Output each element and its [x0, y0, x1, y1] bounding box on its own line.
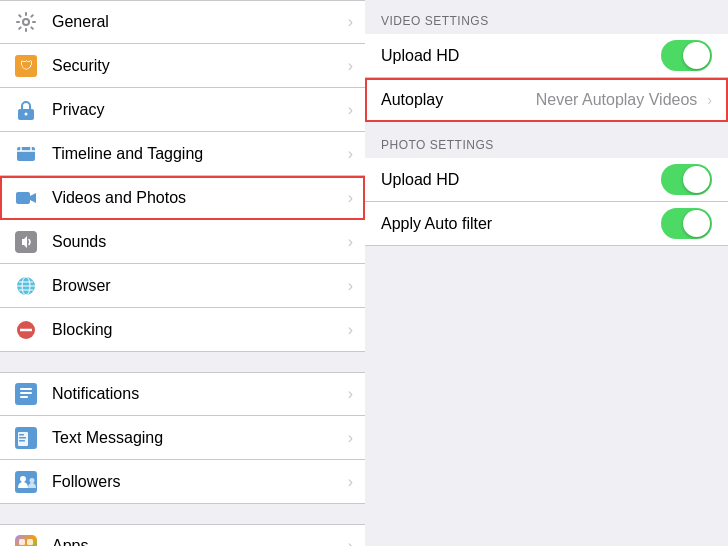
autoplay-label: Autoplay	[381, 91, 536, 109]
browser-icon	[12, 272, 40, 300]
sidebar-label-privacy: Privacy	[52, 101, 348, 119]
svg-rect-3	[17, 147, 35, 161]
chevron-icon: ›	[348, 13, 353, 31]
sidebar-item-general[interactable]: General ›	[0, 0, 365, 44]
svg-rect-19	[20, 392, 32, 394]
upload-hd-photo-toggle[interactable]	[661, 164, 712, 195]
timeline-icon	[12, 140, 40, 168]
photo-settings-section: PHOTO SETTINGS Upload HD Apply Auto filt…	[365, 124, 728, 246]
sidebar-label-sounds: Sounds	[52, 233, 348, 251]
toggle-knob	[683, 166, 710, 193]
photo-settings-header: PHOTO SETTINGS	[365, 124, 728, 158]
sidebar-item-videos[interactable]: Videos and Photos ›	[0, 176, 365, 220]
sidebar-label-browser: Browser	[52, 277, 348, 295]
gear-icon	[12, 8, 40, 36]
sidebar-item-blocking[interactable]: Blocking ›	[0, 308, 365, 352]
notifications-icon	[12, 380, 40, 408]
upload-hd-photo-row: Upload HD	[365, 158, 728, 202]
svg-rect-28	[19, 539, 25, 545]
upload-hd-photo-label: Upload HD	[381, 171, 661, 189]
sidebar-item-textsms[interactable]: Text Messaging ›	[0, 416, 365, 460]
sidebar-label-general: General	[52, 13, 348, 31]
video-settings-section: VIDEO SETTINGS Upload HD Autoplay Never …	[365, 0, 728, 122]
sidebar-label-security: Security	[52, 57, 348, 75]
textsms-icon	[12, 424, 40, 452]
sidebar-label-timeline: Timeline and Tagging	[52, 145, 348, 163]
svg-marker-8	[30, 193, 36, 203]
sidebar-item-notifications[interactable]: Notifications ›	[0, 372, 365, 416]
chevron-icon: ›	[348, 277, 353, 295]
blocking-icon	[12, 316, 40, 344]
chevron-icon: ›	[348, 189, 353, 207]
privacy-icon	[12, 96, 40, 124]
chevron-icon: ›	[348, 429, 353, 447]
chevron-icon: ›	[348, 537, 353, 546]
sidebar-item-timeline[interactable]: Timeline and Tagging ›	[0, 132, 365, 176]
svg-rect-7	[16, 192, 30, 204]
sidebar-label-notifications: Notifications	[52, 385, 348, 403]
chevron-icon: ›	[348, 145, 353, 163]
auto-filter-toggle[interactable]	[661, 208, 712, 239]
auto-filter-row: Apply Auto filter	[365, 202, 728, 246]
sidebar-item-browser[interactable]: Browser ›	[0, 264, 365, 308]
svg-rect-23	[19, 434, 24, 436]
chevron-icon: ›	[348, 473, 353, 491]
chevron-icon: ›	[348, 233, 353, 251]
sidebar-item-privacy[interactable]: Privacy ›	[0, 88, 365, 132]
chevron-icon: ›	[348, 385, 353, 403]
svg-rect-20	[20, 396, 28, 398]
chevron-icon: ›	[348, 321, 353, 339]
sidebar-label-textsms: Text Messaging	[52, 429, 348, 447]
shield-icon: 🛡	[12, 52, 40, 80]
autoplay-value: Never Autoplay Videos	[536, 91, 698, 109]
sidebar-item-followers[interactable]: Followers ›	[0, 460, 365, 504]
svg-rect-24	[19, 437, 26, 439]
svg-point-0	[23, 19, 29, 25]
video-settings-header: VIDEO SETTINGS	[365, 0, 728, 34]
followers-icon	[12, 468, 40, 496]
svg-rect-18	[20, 388, 32, 390]
autoplay-chevron: ›	[707, 92, 712, 108]
svg-rect-27	[15, 535, 37, 546]
sidebar-item-security[interactable]: 🛡 Security ›	[0, 44, 365, 88]
sounds-icon	[12, 228, 40, 256]
sidebar-label-videos: Videos and Photos	[52, 189, 348, 207]
video-icon	[12, 184, 40, 212]
left-panel: General › 🛡 Security › Privacy ›	[0, 0, 365, 546]
chevron-icon: ›	[348, 57, 353, 75]
sidebar-item-sounds[interactable]: Sounds ›	[0, 220, 365, 264]
auto-filter-label: Apply Auto filter	[381, 215, 661, 233]
sidebar-label-followers: Followers	[52, 473, 348, 491]
menu-group-1: General › 🛡 Security › Privacy ›	[0, 0, 365, 352]
svg-rect-25	[19, 440, 25, 442]
chevron-icon: ›	[348, 101, 353, 119]
apps-icon	[12, 532, 40, 546]
svg-rect-29	[27, 539, 33, 545]
toggle-knob	[683, 42, 710, 69]
sidebar-label-blocking: Blocking	[52, 321, 348, 339]
sidebar-item-apps[interactable]: Apps ›	[0, 524, 365, 546]
menu-group-2: Notifications › Text Messaging ›	[0, 372, 365, 504]
upload-hd-video-label: Upload HD	[381, 47, 661, 65]
svg-point-2	[25, 112, 28, 115]
autoplay-row[interactable]: Autoplay Never Autoplay Videos ›	[365, 78, 728, 122]
upload-hd-video-row: Upload HD	[365, 34, 728, 78]
sidebar-label-apps: Apps	[52, 537, 348, 546]
toggle-knob	[683, 210, 710, 237]
menu-group-3: Apps › Ad Ads ›	[0, 524, 365, 546]
right-panel: VIDEO SETTINGS Upload HD Autoplay Never …	[365, 0, 728, 546]
upload-hd-video-toggle[interactable]	[661, 40, 712, 71]
